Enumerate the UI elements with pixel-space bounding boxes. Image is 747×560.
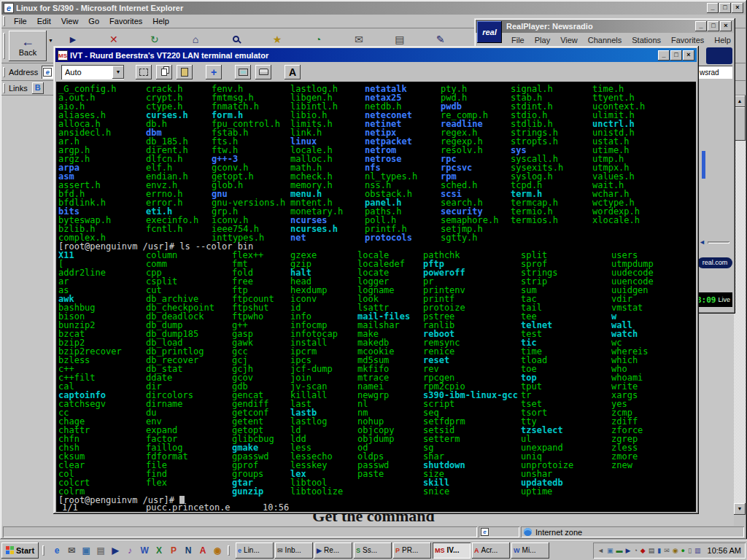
volume-icon[interactable]: ◄	[597, 547, 604, 554]
realcom-badge[interactable]: real.com	[697, 257, 732, 268]
menu-item-edit[interactable]: Edit	[32, 15, 56, 27]
back-button[interactable]: ← Back	[9, 31, 47, 61]
scheduler-icon[interactable]: ◔	[633, 547, 637, 554]
address-grip[interactable]	[3, 67, 5, 77]
outlook-icon[interactable]: ✉	[65, 544, 78, 557]
menu-item-file[interactable]: File	[506, 34, 530, 46]
menu-item-view[interactable]: View	[555, 34, 583, 46]
show-desktop-icon[interactable]: ▣	[80, 544, 93, 557]
position-slider[interactable]	[702, 151, 705, 179]
refresh-icon[interactable]: ↻	[148, 33, 161, 46]
netscape-icon[interactable]: N	[182, 544, 195, 557]
ie-titlebar[interactable]: e Linux for S/390 - Microsoft Internet E…	[1, 1, 746, 15]
media-icon[interactable]: ♪	[123, 544, 136, 557]
menu-item-channels[interactable]: Channels	[583, 34, 627, 46]
paste-button[interactable]	[177, 65, 193, 79]
toolbar-grip[interactable]	[3, 33, 5, 59]
mode-select[interactable]: Auto ▼	[61, 65, 124, 79]
task-button[interactable]: WMi...	[511, 542, 549, 559]
ie-minimize-button[interactable]: _	[707, 3, 719, 13]
realplayer-close-button[interactable]: ×	[720, 21, 732, 31]
ivt-close-button[interactable]: ×	[683, 50, 694, 61]
selection-button[interactable]	[136, 65, 152, 79]
ivt-maximize-button[interactable]: □	[670, 50, 682, 61]
realplayer-maximize-button[interactable]: □	[708, 21, 719, 31]
menu-item-file[interactable]: File	[9, 15, 32, 27]
printer-tray-icon[interactable]: ▤	[649, 547, 655, 554]
font-button[interactable]: A	[285, 65, 301, 79]
menu-item-favorites[interactable]: Favorites	[104, 15, 147, 27]
center-button[interactable]: +	[206, 65, 222, 79]
task-button[interactable]: ▶Re...	[314, 542, 352, 559]
tasks-grip[interactable]	[228, 545, 230, 556]
modem-icon[interactable]: ▮	[657, 547, 661, 554]
channels-icon[interactable]: ▤	[94, 544, 107, 557]
powerpoint-icon[interactable]: P	[167, 544, 180, 557]
acrobat-icon[interactable]: A	[196, 544, 209, 557]
ivt-titlebar[interactable]: MS IVT - Ruurd Beerstra's VT220 LAN term…	[55, 48, 697, 62]
antivirus-icon[interactable]: ◆	[640, 547, 646, 554]
notes-icon[interactable]: ◉	[211, 544, 224, 557]
ie-icon[interactable]: e	[50, 544, 63, 557]
ie-toolbar-icons: ►✕↻⌂★◔✉▤✎	[66, 33, 447, 46]
task-icon: P	[395, 547, 400, 554]
task-button[interactable]: SSs...	[354, 542, 392, 559]
stop-icon[interactable]: ✕	[107, 33, 120, 46]
home-icon[interactable]: ⌂	[189, 33, 202, 46]
menu-item-play[interactable]: Play	[530, 34, 555, 46]
mail-icon[interactable]: ✉	[352, 33, 365, 46]
menu-item-help[interactable]: Help	[709, 34, 736, 46]
print-icon[interactable]: ▤	[393, 33, 406, 46]
ie-statusbar: e Internet zone	[1, 526, 746, 538]
realplayer-icon[interactable]: ▶	[109, 544, 122, 557]
scroll-down-icon[interactable]: ▼	[734, 503, 746, 515]
realplayer-minimize-button[interactable]: _	[695, 21, 707, 31]
back-dropdown-icon[interactable]: ▼	[48, 38, 53, 43]
realplayer-titlebar[interactable]: RealPlayer: Newsradio _ □ ×	[476, 20, 734, 33]
forward-icon[interactable]: ►	[66, 33, 80, 46]
menu-item-view[interactable]: View	[56, 15, 84, 27]
mail-tray-icon[interactable]: ✉	[664, 547, 670, 554]
battery-icon[interactable]: ▯	[688, 547, 692, 554]
ie-maximize-button[interactable]: □	[719, 3, 731, 13]
vertical-scrollbar[interactable]: ▲ ▼	[734, 96, 746, 515]
menu-item-favorites[interactable]: Favorites	[666, 34, 709, 46]
screen-button[interactable]	[235, 65, 251, 79]
word-icon[interactable]: W	[138, 544, 151, 557]
link-button[interactable]: B	[32, 82, 44, 94]
quicklaunch-grip[interactable]	[42, 545, 44, 556]
task-button[interactable]: eLin...	[236, 542, 274, 559]
history-icon[interactable]: ◔	[311, 33, 325, 46]
update-icon[interactable]: ●	[681, 547, 685, 554]
volume-control[interactable]: ◄	[699, 238, 732, 246]
menu-item-go[interactable]: Go	[83, 15, 104, 27]
clip-title-field[interactable]: wsrad	[697, 66, 732, 79]
favorites-icon[interactable]: ★	[271, 33, 284, 46]
menubar-grip[interactable]	[3, 16, 5, 26]
excel-icon[interactable]: X	[152, 544, 166, 557]
scrollbar-thumb[interactable]	[734, 107, 746, 141]
realplayer-tray-icon[interactable]: ▶	[625, 547, 630, 554]
terminal-screen[interactable]: 1/1 pucc.princeton.e 10:56 _G_config.ha.…	[56, 82, 696, 512]
volume-slider[interactable]	[708, 241, 729, 244]
task-button[interactable]: PPR...	[393, 542, 431, 559]
ie-close-button[interactable]: ×	[732, 3, 743, 13]
network-icon[interactable]: ▬	[616, 547, 622, 554]
chevron-down-icon[interactable]: ▼	[112, 66, 124, 79]
ivt-minimize-button[interactable]: _	[658, 50, 670, 61]
edit-icon[interactable]: ✎	[434, 33, 447, 46]
links-grip[interactable]	[3, 83, 5, 93]
task-button[interactable]: MSIV...	[433, 542, 471, 559]
task-button[interactable]: ✉Inb...	[275, 542, 313, 559]
task-button[interactable]: AAcr...	[472, 542, 510, 559]
search-icon[interactable]	[230, 33, 243, 46]
copy-button[interactable]	[156, 65, 172, 79]
start-button[interactable]: Start	[1, 542, 39, 559]
menu-item-help[interactable]: Help	[147, 15, 174, 27]
print-button[interactable]	[255, 65, 271, 79]
resource-icon[interactable]: ▥	[694, 547, 701, 554]
scroll-up-icon[interactable]: ▲	[734, 96, 746, 107]
display-icon[interactable]: ▣	[607, 547, 614, 554]
cd-icon[interactable]: ◉	[673, 547, 678, 554]
menu-item-stations[interactable]: Stations	[627, 34, 666, 46]
